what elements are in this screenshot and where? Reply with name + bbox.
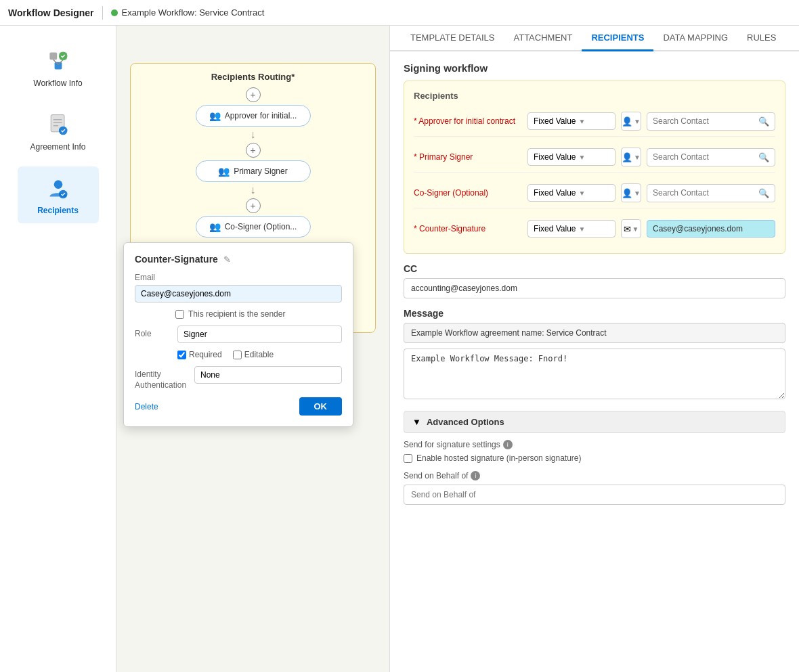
cc-input[interactable]	[404, 278, 785, 298]
delete-button[interactable]: Delete	[135, 402, 158, 411]
tab-data-mapping[interactable]: DATA MAPPING	[653, 26, 737, 51]
message-textarea[interactable]: Example Workflow Message: Fnord!	[404, 349, 785, 399]
send-signature-info-icon: i	[503, 440, 513, 449]
canvas-area: Recipients Routing* + 👥 Approver for ini…	[116, 26, 389, 672]
co-signer-recipient-label: Co-Signer (Optional)	[414, 188, 522, 198]
primary-signer-icon-btn[interactable]: 👤 ▼	[621, 148, 641, 166]
hosted-signature-label: Enable hosted signature (in-person signa…	[416, 453, 581, 463]
counter-signature-recipient-label: * Counter-Signature	[414, 224, 522, 233]
sender-checkbox-label: This recipient is the sender	[188, 309, 285, 319]
flow-node-approver[interactable]: 👥 Approver for initial...	[196, 105, 311, 127]
counter-signature-dropdown-arrow: ▼	[578, 225, 585, 233]
primary-signer-contact-input[interactable]	[653, 152, 754, 162]
email-input[interactable]	[135, 285, 342, 303]
flow-node-primary-signer[interactable]: 👥 Primary Signer	[196, 160, 311, 182]
sidebar-recipients-label: Recipients	[37, 206, 79, 215]
recipient-row-approver: * Approver for initial contract Fixed Va…	[414, 106, 775, 137]
send-behalf-label-row: Send on Behalf of i	[404, 471, 785, 480]
popup-title: Counter-Signature	[135, 254, 218, 265]
flow-node-co-signer[interactable]: 👥 Co-Signer (Option...	[196, 216, 311, 238]
required-checkbox-label: Required	[177, 350, 222, 359]
advanced-section: ▼ Advanced Options Send for signature se…	[404, 411, 785, 505]
top-header: Workflow Designer Example Workflow: Serv…	[0, 0, 799, 26]
workflow-name: Example Workflow: Service Contract	[122, 7, 265, 18]
edit-icon[interactable]: ✎	[223, 254, 231, 265]
counter-signature-dropdown[interactable]: Fixed Value ▼	[527, 220, 616, 238]
role-input[interactable]	[177, 326, 342, 343]
identity-input[interactable]	[194, 366, 342, 384]
panel-content: Signing workflow Recipients * Approver f…	[390, 51, 799, 672]
email-label: Email	[135, 273, 342, 282]
approver-label: Approver for initial...	[225, 111, 297, 120]
cc-section: CC	[404, 263, 785, 298]
sidebar-agreement-info-label: Agreement Info	[30, 142, 85, 152]
counter-signature-popup: Counter-Signature ✎ Email This recipient…	[123, 242, 353, 427]
primary-signer-dropdown-arrow: ▼	[578, 154, 585, 161]
primary-signer-person-icon: 👤	[622, 152, 632, 162]
svg-rect-0	[49, 52, 57, 60]
co-signer-person-icon: 👤	[622, 188, 632, 198]
hosted-signature-checkbox[interactable]	[404, 454, 412, 463]
counter-signature-person-icon: ✉	[624, 224, 631, 234]
co-signer-icon: 👥	[209, 221, 221, 232]
approver-contact-search[interactable]: 🔍	[647, 112, 775, 131]
ok-button[interactable]: OK	[299, 397, 343, 416]
checkboxes-group: Required Editable	[177, 350, 274, 359]
primary-signer-search-icon: 🔍	[758, 152, 769, 162]
approver-icon-btn[interactable]: 👤 ▼	[621, 112, 641, 131]
primary-signer-contact-search[interactable]: 🔍	[647, 148, 775, 166]
recipient-row-co-signer: Co-Signer (Optional) Fixed Value ▼ 👤 ▼ 🔍	[414, 178, 775, 208]
add-node-1[interactable]: +	[246, 143, 261, 158]
co-signer-search-icon: 🔍	[758, 188, 769, 198]
agreement-info-icon	[45, 111, 72, 138]
required-checkbox[interactable]	[177, 351, 186, 359]
main-layout: Workflow Info Agreement Info	[0, 26, 799, 672]
approver-icon: 👥	[209, 110, 221, 121]
approver-search-icon: 🔍	[758, 116, 769, 127]
co-signer-icon-btn[interactable]: 👤 ▼	[621, 183, 641, 202]
connector-1: ↓	[251, 129, 256, 140]
tab-recipients[interactable]: RECIPIENTS	[582, 26, 653, 51]
primary-signer-icon: 👥	[218, 166, 230, 177]
co-signer-label: Co-Signer (Option...	[225, 222, 297, 231]
primary-signer-dropdown[interactable]: Fixed Value ▼	[527, 148, 616, 166]
tab-rules[interactable]: RULES	[737, 26, 785, 51]
add-node-2[interactable]: +	[246, 198, 261, 213]
popup-actions: Delete OK	[135, 397, 342, 416]
counter-signature-icon-btn[interactable]: ✉ ▼	[621, 219, 641, 238]
role-label: Role	[135, 326, 172, 338]
sidebar-item-workflow-info[interactable]: Workflow Info	[18, 39, 99, 96]
recipients-section: Recipients * Approver for initial contra…	[404, 81, 785, 254]
approver-person-icon: 👤	[622, 116, 632, 127]
counter-signature-contact-filled[interactable]: Casey@caseyjones.dom	[647, 220, 775, 238]
svg-point-11	[53, 180, 62, 189]
approver-contact-input[interactable]	[653, 116, 754, 126]
checkboxes-row: Required Editable	[135, 350, 342, 359]
sidebar-workflow-info-label: Workflow Info	[33, 79, 82, 88]
tab-bar: TEMPLATE DETAILS ATTACHMENT RECIPIENTS D…	[390, 26, 799, 51]
popup-header: Counter-Signature ✎	[135, 254, 342, 265]
popup-email-field: Email	[135, 273, 342, 303]
sender-checkbox[interactable]	[175, 310, 184, 319]
message-name-input[interactable]	[404, 323, 785, 343]
tab-attachment[interactable]: ATTACHMENT	[504, 26, 582, 51]
sender-checkbox-row: This recipient is the sender	[175, 309, 342, 319]
advanced-options-header[interactable]: ▼ Advanced Options	[404, 411, 785, 433]
co-signer-contact-input[interactable]	[653, 188, 754, 198]
app-title: Workflow Designer	[8, 7, 94, 18]
tab-template-details[interactable]: TEMPLATE DETAILS	[401, 26, 504, 51]
sidebar-item-recipients[interactable]: Recipients	[18, 166, 99, 223]
editable-checkbox[interactable]	[233, 351, 242, 359]
approver-dropdown[interactable]: Fixed Value ▼	[527, 112, 616, 130]
recipients-subsection-title: Recipients	[414, 91, 775, 101]
send-behalf-input[interactable]	[404, 485, 785, 505]
workflow-badge: Example Workflow: Service Contract	[111, 7, 265, 18]
sidebar-item-agreement-info[interactable]: Agreement Info	[18, 103, 99, 160]
add-node-top[interactable]: +	[246, 87, 261, 102]
recipient-row-primary-signer: * Primary Signer Fixed Value ▼ 👤 ▼ 🔍	[414, 142, 775, 173]
co-signer-dropdown[interactable]: Fixed Value ▼	[527, 184, 616, 202]
signing-workflow-title: Signing workflow	[404, 62, 785, 74]
co-signer-contact-search[interactable]: 🔍	[647, 184, 775, 202]
send-signature-subsection: Send for signature settings i Enable hos…	[404, 440, 785, 463]
workflow-info-icon	[45, 47, 72, 74]
